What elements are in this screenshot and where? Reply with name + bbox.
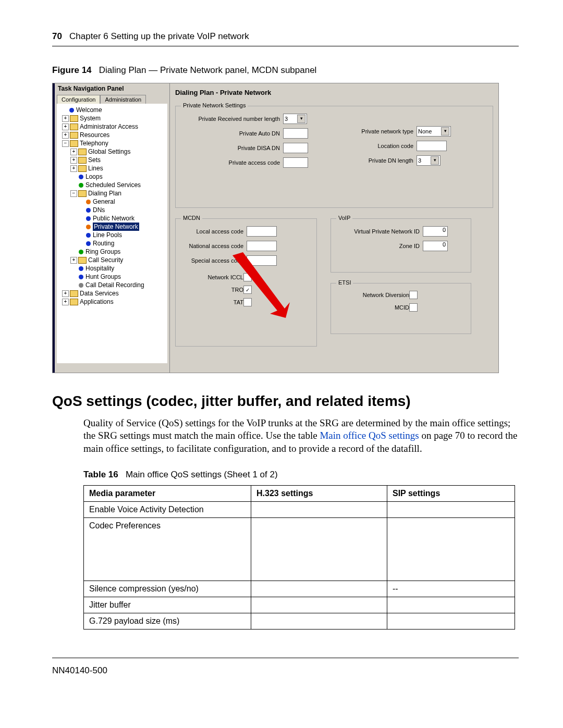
section-paragraph: Quality of Service (QoS) settings for th… [83,417,519,455]
input-special-access[interactable] [247,255,277,266]
folder-icon [70,290,78,297]
tree-item-system[interactable]: System [80,114,101,122]
nav-title: Task Navigation Panel [55,83,169,94]
dot-icon [86,225,91,229]
input-zone-id[interactable]: 0 [423,241,448,251]
select-dn-length[interactable]: 3▾ [417,155,440,166]
tree-item-loops[interactable]: Loops [85,172,103,181]
main-panel: Dialing Plan - Private Network Private N… [170,83,498,373]
tree-item-global[interactable]: Global Settings [88,147,130,156]
dot-icon [79,175,83,179]
input-location-code[interactable] [417,141,447,151]
select-network-type[interactable]: None▾ [417,126,451,137]
chevron-down-icon: ▾ [297,115,305,123]
folder-icon [78,257,87,264]
table-header-row: Media parameter H.323 settings SIP setti… [84,485,515,501]
dot-icon [79,275,83,279]
folder-icon [78,149,87,155]
expand-icon[interactable]: + [70,257,77,264]
chevron-down-icon: ▾ [431,156,439,165]
folder-icon [70,124,78,130]
tree-item-telephony[interactable]: Telephony [80,139,108,147]
screenshot-panel: Task Navigation Panel Configuration Admi… [52,83,499,373]
input-disa-dn[interactable] [283,143,308,153]
folder-icon [70,132,78,139]
figure-caption: Figure 14 Dialing Plan — Private Network… [52,65,519,76]
nav-tree[interactable]: Welcome +System +Administrator Access +R… [57,104,167,363]
tree-item-dns[interactable]: DNs [93,206,105,214]
checkbox-iccl[interactable] [243,273,252,281]
expand-icon[interactable]: + [70,157,77,164]
folder-icon [70,115,78,122]
tree-item-call-security[interactable]: Call Security [88,256,123,264]
tree-item-welcome[interactable]: Welcome [76,106,102,114]
expand-icon[interactable]: + [62,115,69,122]
dot-icon [86,233,91,238]
table-row: Jitter buffer [84,597,515,613]
tree-item-resources[interactable]: Resources [80,131,109,139]
page-number: 70 [52,31,62,41]
checkbox-tro[interactable]: ✓ [243,286,252,294]
tree-item-lines[interactable]: Lines [88,164,103,172]
dot-icon [86,208,91,213]
dot-icon [79,283,83,288]
collapse-icon[interactable]: − [62,140,69,147]
section-heading: QoS settings (codec, jitter buffer, and … [52,393,519,410]
tree-item-admin[interactable]: Administrator Access [80,122,138,131]
table-row: Silence compression (yes/no)-- [84,581,515,597]
dot-icon [69,108,74,113]
fieldset-etsi: ETSI Network Diversion MCID [331,283,471,334]
input-local-access[interactable] [247,226,277,237]
fieldset-mcdn: MCDN Local access code National access c… [175,218,317,347]
checkbox-tat[interactable] [243,298,252,306]
tab-administration[interactable]: Administration [100,95,146,104]
tree-item-ring-groups[interactable]: Ring Groups [85,248,120,256]
input-national-access[interactable] [247,241,277,251]
folder-icon [78,190,87,197]
tree-item-cdr[interactable]: Call Detail Recording [85,281,144,289]
tree-item-data-services[interactable]: Data Services [80,289,119,298]
task-navigation-panel: Task Navigation Panel Configuration Admi… [53,83,170,373]
tree-item-dialing-plan[interactable]: Dialing Plan [88,189,121,198]
select-recv-length[interactable]: 3▾ [283,114,307,124]
tree-item-applications[interactable]: Applications [80,298,114,306]
qos-table: Media parameter H.323 settings SIP setti… [83,485,515,630]
folder-icon [70,299,78,305]
expand-icon[interactable]: + [62,290,69,297]
checkbox-mcid[interactable] [409,303,418,312]
fieldset-private-network-settings: Private Network Settings Private Receive… [175,106,493,208]
tree-item-public-network[interactable]: Public Network [93,214,134,223]
dot-icon [79,250,83,254]
tree-item-routing[interactable]: Routing [93,239,114,248]
expand-icon[interactable]: + [70,149,77,155]
input-auto-dn[interactable] [283,128,308,139]
dot-icon [79,183,83,188]
tab-configuration[interactable]: Configuration [57,95,100,104]
tree-item-sched[interactable]: Scheduled Services [85,181,141,189]
chevron-down-icon: ▾ [441,127,449,135]
expand-icon[interactable]: + [70,165,77,172]
input-vpn-id[interactable]: 0 [423,226,448,237]
page-header: 70 Chapter 6 Setting up the private VoIP… [52,31,519,46]
collapse-icon[interactable]: − [70,190,77,197]
table-row: Codec Preferences [84,517,515,581]
dot-icon [86,216,91,221]
folder-icon [78,165,87,172]
checkbox-diversion[interactable] [409,291,418,299]
tree-item-sets[interactable]: Sets [88,156,101,164]
dot-icon [79,266,83,271]
expand-icon[interactable]: + [62,299,69,305]
tree-item-hunt-groups[interactable]: Hunt Groups [85,273,121,281]
tree-item-private-network[interactable]: Private Network [93,223,139,231]
table-row: G.729 payload size (ms) [84,613,515,629]
chapter-title: Chapter 6 Setting up the private VoIP ne… [69,31,249,41]
expand-icon[interactable]: + [62,124,69,130]
tree-item-hospitality[interactable]: Hospitality [85,264,114,273]
folder-icon [70,140,78,147]
tree-item-line-pools[interactable]: Line Pools [93,231,122,239]
footer-doc-id: NN40140-500 [52,658,519,676]
link-qos-settings[interactable]: Main office QoS settings [320,430,419,441]
input-access-code[interactable] [283,157,308,168]
tree-item-general[interactable]: General [93,198,115,206]
expand-icon[interactable]: + [62,132,69,139]
